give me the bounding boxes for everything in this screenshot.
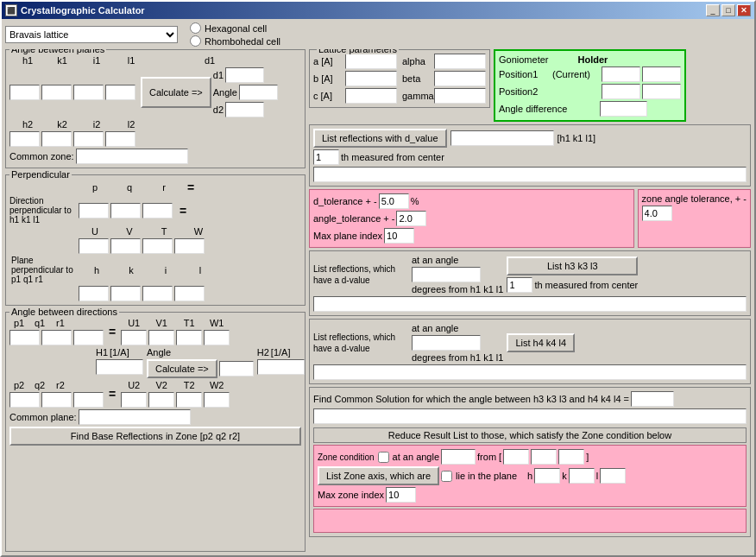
alpha-input[interactable] — [434, 54, 486, 69]
lie-plane-label: lie in the plane — [456, 471, 517, 481]
angle-diff-input[interactable] — [600, 101, 647, 117]
common-solution-input[interactable] — [631, 391, 674, 407]
b-label: b [A] — [313, 73, 343, 84]
close-button[interactable]: ✕ — [737, 4, 751, 16]
ref2-result[interactable] — [313, 296, 747, 312]
r2-input[interactable] — [73, 392, 104, 408]
lie-plane-checkbox[interactable] — [441, 471, 452, 482]
at-angle-checkbox[interactable] — [378, 452, 389, 463]
ref2-angle-input[interactable] — [412, 267, 481, 282]
d1-input[interactable] — [225, 67, 264, 83]
zone-angle-input[interactable] — [642, 206, 672, 221]
w1-input[interactable] — [204, 330, 230, 345]
list-zone-btn[interactable]: List Zone axis, which are — [318, 466, 439, 485]
zone-h-input[interactable] — [534, 468, 560, 484]
l2-input[interactable] — [105, 131, 135, 147]
ref3-result[interactable] — [313, 364, 747, 380]
q-input[interactable] — [110, 203, 141, 218]
u2-label: U2 — [121, 380, 147, 390]
ref3-angle-input[interactable] — [412, 335, 481, 351]
pos2-input2[interactable] — [642, 84, 681, 99]
q1-input[interactable] — [41, 330, 72, 345]
common-plane-input[interactable] — [79, 409, 191, 425]
at-angle-zone-label: at an angle — [393, 452, 439, 462]
reflections1-result[interactable] — [313, 167, 747, 182]
r1-input[interactable] — [73, 330, 104, 345]
i1-input[interactable] — [73, 85, 104, 100]
a-input[interactable] — [345, 54, 397, 69]
bravais-select[interactable]: Bravais lattice — [5, 26, 178, 43]
l-perp-input[interactable] — [174, 286, 205, 301]
calculate-directions-btn[interactable]: Calculate => — [147, 359, 217, 378]
i-label: i — [149, 265, 182, 275]
u1-input[interactable] — [121, 330, 147, 345]
p1-input[interactable] — [9, 330, 40, 345]
zone-l-input[interactable] — [600, 468, 626, 484]
d-tolerance-input[interactable] — [379, 193, 409, 209]
hexagonal-radio-label[interactable]: Hexagonal cell — [190, 22, 280, 34]
common-solution-result[interactable] — [313, 408, 747, 424]
p-input[interactable] — [79, 203, 109, 218]
rhombohedral-radio[interactable] — [190, 35, 201, 47]
hexagonal-radio[interactable] — [190, 22, 201, 34]
find-base-btn[interactable]: Find Base Reflections in Zone [p2 q2 r2] — [9, 427, 301, 446]
w2-input[interactable] — [204, 392, 230, 408]
minimize-button[interactable]: _ — [706, 4, 720, 16]
h2-angle-input[interactable] — [257, 359, 305, 375]
list-reflections1-btn[interactable]: List reflections with d_value — [313, 129, 447, 148]
b-input[interactable] — [345, 71, 397, 86]
angle-planes-row1: Calculate => d1 Angle — [9, 67, 301, 117]
u2-input[interactable] — [121, 392, 147, 408]
position2-label: Position2 — [499, 86, 551, 97]
max-zone-input[interactable] — [386, 487, 416, 503]
angle-tolerance-input[interactable] — [396, 211, 426, 226]
v1-input[interactable] — [148, 330, 174, 345]
i-perp-input[interactable] — [142, 286, 173, 301]
w-input[interactable] — [174, 238, 205, 254]
zone-from-input2[interactable] — [531, 449, 557, 465]
pos1-input2[interactable] — [642, 66, 681, 82]
h2-input[interactable] — [9, 131, 40, 147]
t2-input[interactable] — [176, 392, 202, 408]
beta-input[interactable] — [434, 71, 486, 86]
max-plane-input[interactable] — [384, 228, 414, 244]
zone-from-input1[interactable] — [503, 449, 529, 465]
h-input[interactable] — [79, 286, 109, 301]
k2-input[interactable] — [41, 131, 72, 147]
h1-input[interactable] — [9, 85, 40, 100]
t1-input[interactable] — [176, 330, 202, 345]
list-ref3-btn[interactable]: List h4 k4 l4 — [507, 333, 575, 352]
h1-angle-input[interactable] — [96, 359, 143, 375]
common-zone-input[interactable] — [76, 149, 188, 164]
k-input[interactable] — [110, 286, 141, 301]
q2-input[interactable] — [41, 392, 72, 408]
pos1-input1[interactable] — [602, 66, 640, 82]
r-input[interactable] — [142, 203, 173, 218]
reflections1-hkl-input[interactable] — [450, 130, 554, 146]
l1-input[interactable] — [105, 85, 135, 100]
d2-input[interactable] — [225, 102, 264, 117]
zone-from-input3[interactable] — [558, 449, 584, 465]
angle-result-input[interactable] — [219, 361, 254, 377]
gamma-input[interactable] — [434, 88, 486, 104]
pos2-input1[interactable] — [602, 84, 640, 99]
reflections1-th-input[interactable] — [313, 149, 339, 165]
list-ref2-btn[interactable]: List h3 k3 l3 — [507, 256, 638, 275]
angle-input[interactable] — [239, 85, 278, 100]
u-input[interactable] — [79, 238, 109, 254]
i2-input[interactable] — [73, 131, 104, 147]
list-reflections1-section: List reflections with d_value [h1 k1 l1]… — [309, 124, 751, 187]
v-input[interactable] — [110, 238, 141, 254]
c-input[interactable] — [345, 88, 397, 104]
rhombohedral-radio-label[interactable]: Rhombohedal cell — [190, 35, 280, 47]
t-input[interactable] — [142, 238, 173, 254]
zone-k-input[interactable] — [569, 468, 595, 484]
maximize-button[interactable]: □ — [721, 4, 735, 16]
k1-input[interactable] — [41, 85, 72, 100]
zone-angle-section: zone angle tolerance, + - — [638, 189, 751, 248]
p2-input[interactable] — [9, 392, 40, 408]
ref2-th-input[interactable] — [507, 277, 532, 293]
v2-input[interactable] — [148, 392, 174, 408]
zone-angle-value-input[interactable] — [441, 449, 476, 465]
calculate-planes-btn[interactable]: Calculate => — [141, 77, 211, 108]
